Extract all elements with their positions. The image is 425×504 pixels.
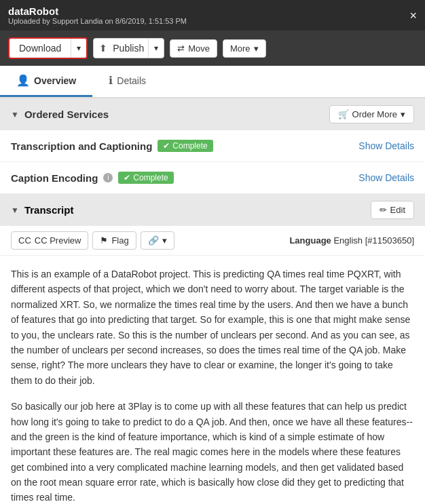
publish-button[interactable]: Publish bbox=[113, 39, 148, 58]
more-label: More bbox=[230, 43, 251, 54]
transcript-title: Transcript bbox=[24, 204, 74, 216]
flag-button[interactable]: ⚑ Flag bbox=[92, 231, 136, 250]
link-caret: ▾ bbox=[162, 235, 167, 246]
details-icon: ℹ bbox=[109, 74, 113, 87]
toolbar: Download ▾ ⬆ Publish ▾ ⇄ Move More ▾ bbox=[0, 31, 425, 66]
service-left-transcription: Transcription and Captioning ✔ Complete bbox=[11, 140, 213, 152]
check-icon-transcription: ✔ bbox=[163, 141, 170, 151]
service-name-transcription: Transcription and Captioning bbox=[11, 140, 152, 152]
transcript-paragraph-2: So basically our job here at 3Play is to… bbox=[11, 399, 414, 504]
flag-label: Flag bbox=[111, 235, 128, 246]
upload-info: Uploaded by Support Landia on 8/6/2019, … bbox=[8, 17, 187, 25]
language-label: Language bbox=[289, 235, 331, 246]
tab-details[interactable]: ℹ Details bbox=[92, 66, 162, 97]
edit-button[interactable]: ✏ Edit bbox=[371, 201, 414, 219]
cc-preview-button[interactable]: CC CC Preview bbox=[11, 231, 88, 250]
publish-dropdown-button[interactable]: ▾ bbox=[148, 39, 164, 58]
transcript-header: ▼ Transcript ✏ Edit bbox=[0, 194, 425, 226]
download-dropdown-button[interactable]: ▾ bbox=[71, 39, 86, 58]
main-content: ▼ Ordered Services 🛒 Order More ▾ Transc… bbox=[0, 98, 425, 504]
transcript-text: This is an example of a DataRobot projec… bbox=[0, 256, 425, 504]
more-button[interactable]: More ▾ bbox=[223, 39, 266, 58]
title-bar-info: dataRobot Uploaded by Support Landia on … bbox=[8, 5, 187, 25]
more-caret-icon: ▾ bbox=[254, 43, 259, 54]
move-label: Move bbox=[188, 43, 210, 54]
check-icon-caption-encoding: ✔ bbox=[124, 173, 130, 182]
transcript-toolbar: CC CC Preview ⚑ Flag 🔗 ▾ Language Englis… bbox=[0, 226, 425, 256]
download-button-group: Download ▾ bbox=[8, 37, 88, 59]
transcript-chevron[interactable]: ▼ bbox=[11, 206, 19, 215]
link-icon: 🔗 bbox=[148, 235, 159, 246]
transcript-tools: CC CC Preview ⚑ Flag 🔗 ▾ bbox=[11, 231, 174, 250]
tabs: 👤 Overview ℹ Details bbox=[0, 66, 425, 98]
status-badge-transcription: ✔ Complete bbox=[158, 140, 212, 152]
overview-icon: 👤 bbox=[16, 74, 30, 87]
transcript-paragraph-1: This is an example of a DataRobot projec… bbox=[11, 267, 414, 388]
cart-icon: 🛒 bbox=[338, 109, 349, 119]
ordered-services-chevron[interactable]: ▼ bbox=[11, 110, 19, 119]
pencil-icon: ✏ bbox=[380, 205, 387, 215]
ordered-services-title-group: ▼ Ordered Services bbox=[11, 109, 109, 120]
service-left-caption-encoding: Caption Encoding i ✔ Complete bbox=[11, 172, 174, 184]
ordered-services-title: Ordered Services bbox=[24, 109, 109, 120]
publish-button-group: ⬆ Publish ▾ bbox=[93, 38, 164, 58]
flag-icon: ⚑ bbox=[100, 235, 108, 246]
status-badge-caption-encoding: ✔ Complete bbox=[118, 172, 173, 184]
cc-preview-label: CC Preview bbox=[35, 235, 81, 246]
info-icon-caption-encoding[interactable]: i bbox=[103, 173, 113, 182]
service-row-transcription: Transcription and Captioning ✔ Complete … bbox=[0, 130, 425, 162]
edit-label: Edit bbox=[390, 205, 405, 215]
language-info: Language English [#11503650] bbox=[289, 235, 414, 246]
close-button[interactable]: × bbox=[409, 9, 417, 22]
tab-details-label: Details bbox=[117, 75, 146, 86]
status-label-transcription: Complete bbox=[172, 141, 207, 151]
service-row-caption-encoding: Caption Encoding i ✔ Complete Show Detai… bbox=[0, 162, 425, 194]
order-more-caret: ▾ bbox=[401, 109, 405, 119]
show-details-button-transcription[interactable]: Show Details bbox=[358, 140, 414, 151]
download-button[interactable]: Download bbox=[10, 39, 71, 58]
title-bar: dataRobot Uploaded by Support Landia on … bbox=[0, 0, 425, 31]
cc-icon: CC bbox=[18, 235, 31, 246]
move-icon: ⇄ bbox=[177, 43, 185, 54]
transcript-title-group: ▼ Transcript bbox=[11, 204, 73, 216]
tab-overview-label: Overview bbox=[34, 75, 76, 86]
order-more-label: Order More bbox=[352, 109, 397, 119]
link-button[interactable]: 🔗 ▾ bbox=[141, 231, 174, 250]
publish-icon: ⬆ bbox=[94, 39, 113, 58]
language-value: English [#11503650] bbox=[333, 235, 414, 246]
app-title: dataRobot bbox=[8, 5, 187, 17]
tab-overview[interactable]: 👤 Overview bbox=[0, 66, 92, 97]
service-name-caption-encoding: Caption Encoding bbox=[11, 172, 98, 184]
show-details-button-caption-encoding[interactable]: Show Details bbox=[358, 172, 414, 183]
order-more-button[interactable]: 🛒 Order More ▾ bbox=[329, 105, 414, 123]
status-label-caption-encoding: Complete bbox=[133, 173, 168, 182]
ordered-services-header: ▼ Ordered Services 🛒 Order More ▾ bbox=[0, 98, 425, 130]
move-button[interactable]: ⇄ Move bbox=[170, 39, 217, 58]
